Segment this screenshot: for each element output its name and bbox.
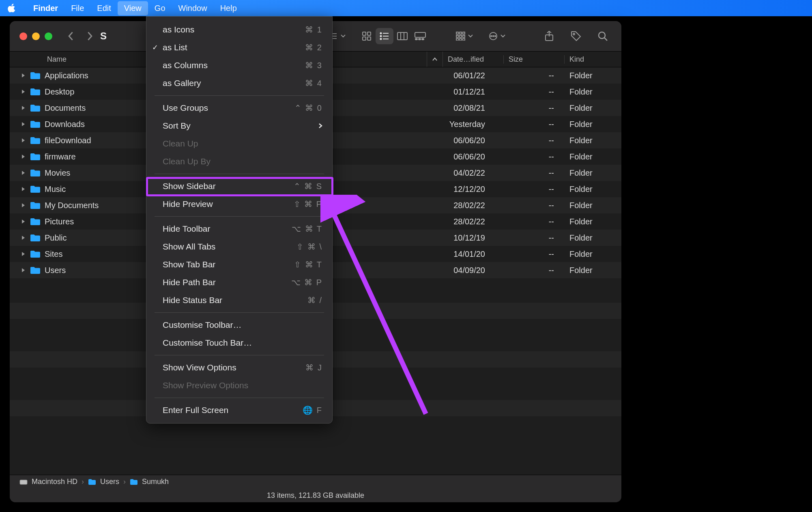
view-menu-dropdown: as Icons⌘ 1✓as List⌘ 2as Columns⌘ 3as Ga… <box>146 16 333 424</box>
keyboard-shortcut: ⇧ ⌘ T <box>294 260 322 269</box>
folder-icon <box>30 217 41 226</box>
file-size: -- <box>504 103 565 113</box>
menu-item[interactable]: Use Groups⌃ ⌘ 0 <box>146 99 332 117</box>
column-header-size[interactable]: Size <box>504 55 565 64</box>
path-segment[interactable]: Macintosh HD <box>32 478 77 486</box>
disclosure-triangle-icon[interactable] <box>21 268 26 273</box>
keyboard-shortcut: ⌘ 4 <box>305 78 322 88</box>
window-title: S <box>100 30 107 42</box>
column-sort-indicator[interactable] <box>427 52 443 67</box>
svg-point-34 <box>493 36 494 37</box>
menu-item[interactable]: Hide Status Bar⌘ / <box>146 291 332 309</box>
menubar-app-name[interactable]: Finder <box>27 1 64 15</box>
menubar-item-window[interactable]: Window <box>172 1 214 15</box>
close-window-button[interactable] <box>19 32 27 40</box>
file-date: 14/01/20 <box>426 250 504 259</box>
file-name: Public <box>45 233 67 243</box>
folder-icon <box>88 479 96 485</box>
disclosure-triangle-icon[interactable] <box>21 203 26 208</box>
menu-item[interactable]: as Gallery⌘ 4 <box>146 74 332 92</box>
view-columns-button[interactable] <box>393 28 411 44</box>
window-controls <box>19 32 52 40</box>
disclosure-triangle-icon[interactable] <box>21 219 26 224</box>
file-name: Users <box>45 266 66 275</box>
disclosure-triangle-icon[interactable] <box>21 122 26 127</box>
action-dropdown[interactable] <box>485 28 509 44</box>
svg-line-39 <box>604 38 607 41</box>
keyboard-shortcut: ⌃ ⌘ 0 <box>294 103 322 113</box>
keyboard-shortcut: ⌥ ⌘ T <box>292 224 322 234</box>
keyboard-shortcut: ⌥ ⌘ P <box>291 278 322 287</box>
menubar-item-file[interactable]: File <box>64 1 90 15</box>
view-list-button[interactable] <box>376 28 393 44</box>
file-kind: Folder <box>565 136 621 145</box>
file-kind: Folder <box>565 217 621 226</box>
back-button[interactable] <box>68 31 74 41</box>
folder-icon <box>30 104 41 112</box>
search-button[interactable] <box>594 28 612 44</box>
disclosure-triangle-icon[interactable] <box>21 235 26 240</box>
svg-point-38 <box>599 32 605 39</box>
share-button[interactable] <box>540 28 558 44</box>
menu-item-label: Customise Toolbar… <box>163 320 242 330</box>
menubar-item-edit[interactable]: Edit <box>90 1 117 15</box>
menu-separator <box>155 95 324 96</box>
menu-item[interactable]: as Columns⌘ 3 <box>146 56 332 74</box>
menu-separator <box>155 355 324 355</box>
menu-item-label: Show Tab Bar <box>163 260 215 269</box>
disclosure-triangle-icon[interactable] <box>21 252 26 256</box>
menu-item[interactable]: as Icons⌘ 1 <box>146 21 332 39</box>
disclosure-triangle-icon[interactable] <box>21 89 26 94</box>
file-kind: Folder <box>565 152 621 161</box>
view-gallery-button[interactable] <box>411 28 429 44</box>
menu-item-label: Hide Path Bar <box>163 278 216 287</box>
zoom-window-button[interactable] <box>45 32 52 40</box>
apple-logo-icon[interactable] <box>7 4 16 13</box>
svg-point-12 <box>380 36 382 37</box>
path-segment[interactable]: Sumukh <box>142 478 169 486</box>
share-dropdown[interactable] <box>453 28 476 44</box>
menu-item[interactable]: Sort By <box>146 117 332 135</box>
disclosure-triangle-icon[interactable] <box>21 187 26 191</box>
menubar-item-help[interactable]: Help <box>214 1 243 15</box>
menu-item[interactable]: Enter Full Screen🌐 F <box>146 401 332 419</box>
disclosure-triangle-icon[interactable] <box>21 73 26 78</box>
file-name: Applications <box>45 71 88 80</box>
view-icons-button[interactable] <box>358 28 376 44</box>
folder-icon <box>30 201 41 209</box>
status-text: 13 items, 121.83 GB available <box>267 491 364 500</box>
menu-item[interactable]: ✓as List⌘ 2 <box>146 39 332 56</box>
nav-arrows <box>68 31 93 41</box>
path-segment[interactable]: Users <box>100 478 119 486</box>
menu-item-label: Clean Up <box>163 139 198 148</box>
menubar-item-view[interactable]: View <box>118 1 148 15</box>
menu-item[interactable]: Show Sidebar⌃ ⌘ S <box>146 177 332 195</box>
svg-point-37 <box>573 33 575 35</box>
disclosure-triangle-icon[interactable] <box>21 170 26 175</box>
menu-item[interactable]: Hide Path Bar⌥ ⌘ P <box>146 273 332 291</box>
forward-button[interactable] <box>86 31 93 41</box>
menu-item[interactable]: Hide Preview⇧ ⌘ P <box>146 195 332 213</box>
menu-item: Show Preview Options <box>146 376 332 394</box>
menu-item[interactable]: Customise Touch Bar… <box>146 334 332 352</box>
disclosure-triangle-icon[interactable] <box>21 138 26 143</box>
disclosure-triangle-icon[interactable] <box>21 105 26 110</box>
folder-icon <box>30 185 41 193</box>
file-name: Pictures <box>45 217 74 226</box>
file-kind: Folder <box>565 103 621 113</box>
menu-item[interactable]: Show View Options⌘ J <box>146 359 332 376</box>
menubar-item-go[interactable]: Go <box>148 1 172 15</box>
tags-button[interactable] <box>567 28 585 44</box>
file-kind: Folder <box>565 266 621 275</box>
file-kind: Folder <box>565 185 621 194</box>
menu-item[interactable]: Show Tab Bar⇧ ⌘ T <box>146 256 332 273</box>
file-name: fileDownload <box>45 136 91 145</box>
view-mode-switch <box>358 28 429 44</box>
column-header-kind[interactable]: Kind <box>565 55 621 64</box>
disclosure-triangle-icon[interactable] <box>21 154 26 159</box>
minimize-window-button[interactable] <box>32 32 40 40</box>
menu-item[interactable]: Hide Toolbar⌥ ⌘ T <box>146 220 332 238</box>
column-header-date[interactable]: Date…ified <box>443 55 504 64</box>
menu-item[interactable]: Customise Toolbar… <box>146 316 332 334</box>
menu-item[interactable]: Show All Tabs⇧ ⌘ \ <box>146 238 332 256</box>
